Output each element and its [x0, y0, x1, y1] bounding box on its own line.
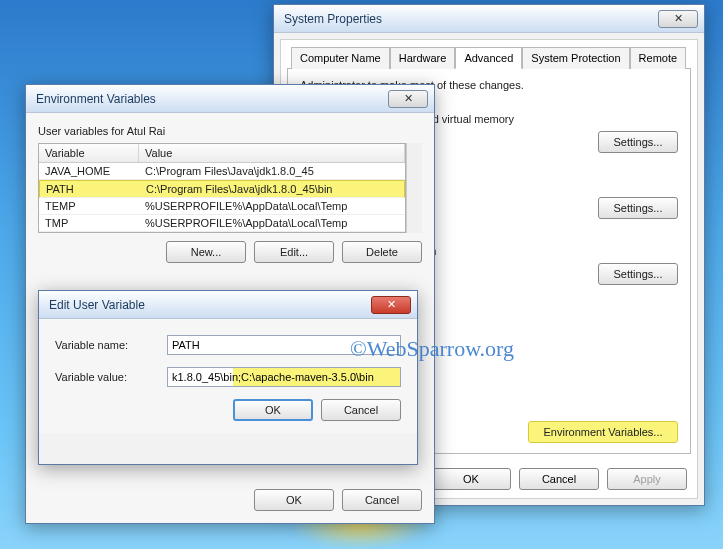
- tab-remote[interactable]: Remote: [630, 47, 687, 69]
- table-header: Variable Value: [39, 144, 405, 163]
- cell-variable: TMP: [39, 215, 139, 231]
- startup-recovery-settings-button[interactable]: Settings...: [598, 263, 678, 285]
- edituser-cancel-button[interactable]: Cancel: [321, 399, 401, 421]
- edit-user-variable-dialog: Edit User Variable ✕ Variable name: Vari…: [38, 290, 418, 465]
- sysprops-cancel-button[interactable]: Cancel: [519, 468, 599, 490]
- variable-name-row: Variable name:: [55, 335, 401, 355]
- user-vars-table[interactable]: Variable Value JAVA_HOMEC:\Program Files…: [38, 143, 406, 233]
- edituser-titlebar[interactable]: Edit User Variable ✕: [39, 291, 417, 319]
- col-variable[interactable]: Variable: [39, 144, 139, 162]
- performance-settings-button[interactable]: Settings...: [598, 131, 678, 153]
- edituser-ok-button[interactable]: OK: [233, 399, 313, 421]
- sysprops-apply-button[interactable]: Apply: [607, 468, 687, 490]
- table-row[interactable]: JAVA_HOMEC:\Program Files\Java\jdk1.8.0_…: [39, 163, 405, 180]
- cell-value: %USERPROFILE%\AppData\Local\Temp: [139, 215, 405, 231]
- variable-name-input[interactable]: [167, 335, 401, 355]
- user-vars-label: User variables for Atul Rai: [38, 125, 422, 137]
- sysprops-tabs: Computer Name Hardware Advanced System P…: [287, 46, 691, 68]
- col-value[interactable]: Value: [139, 144, 405, 162]
- close-icon: ✕: [674, 12, 683, 25]
- edituser-body: Variable name: Variable value: OK Cancel: [39, 319, 417, 433]
- sysprops-title: System Properties: [284, 12, 382, 26]
- edituser-title: Edit User Variable: [49, 298, 145, 312]
- user-vars-table-wrap: Variable Value JAVA_HOMEC:\Program Files…: [38, 143, 422, 233]
- tab-hardware[interactable]: Hardware: [390, 47, 456, 69]
- new-button[interactable]: New...: [166, 241, 246, 263]
- table-row[interactable]: PATHC:\Program Files\Java\jdk1.8.0_45\bi…: [39, 180, 405, 198]
- sysprops-titlebar[interactable]: System Properties ✕: [274, 5, 704, 33]
- table-row[interactable]: TEMP%USERPROFILE%\AppData\Local\Temp: [39, 198, 405, 215]
- delete-button[interactable]: Delete: [342, 241, 422, 263]
- cell-variable: TEMP: [39, 198, 139, 214]
- edituser-button-row: OK Cancel: [55, 399, 401, 421]
- sysprops-ok-button[interactable]: OK: [431, 468, 511, 490]
- variable-name-label: Variable name:: [55, 339, 155, 351]
- edit-button[interactable]: Edit...: [254, 241, 334, 263]
- tab-advanced[interactable]: Advanced: [455, 47, 522, 69]
- edituser-close-button[interactable]: ✕: [371, 296, 411, 314]
- envvars-button-row: OK Cancel: [38, 489, 422, 511]
- cell-variable: JAVA_HOME: [39, 163, 139, 179]
- close-icon: ✕: [404, 92, 413, 105]
- envvars-title: Environment Variables: [36, 92, 156, 106]
- envvars-close-button[interactable]: ✕: [388, 90, 428, 108]
- sysprops-close-button[interactable]: ✕: [658, 10, 698, 28]
- envvars-cancel-button[interactable]: Cancel: [342, 489, 422, 511]
- variable-value-input[interactable]: [167, 367, 401, 387]
- user-profiles-settings-button[interactable]: Settings...: [598, 197, 678, 219]
- environment-variables-button[interactable]: Environment Variables...: [528, 421, 678, 443]
- user-vars-button-row: New... Edit... Delete: [38, 241, 422, 263]
- table-row[interactable]: TMP%USERPROFILE%\AppData\Local\Temp: [39, 215, 405, 232]
- envvars-titlebar[interactable]: Environment Variables ✕: [26, 85, 434, 113]
- tab-computer-name[interactable]: Computer Name: [291, 47, 390, 69]
- cell-value: C:\Program Files\Java\jdk1.8.0_45\bin: [140, 181, 404, 197]
- close-icon: ✕: [387, 298, 396, 311]
- cell-value: C:\Program Files\Java\jdk1.8.0_45: [139, 163, 405, 179]
- table-scrollbar[interactable]: [406, 143, 422, 233]
- cell-variable: PATH: [40, 181, 140, 197]
- envvars-ok-button[interactable]: OK: [254, 489, 334, 511]
- tab-system-protection[interactable]: System Protection: [522, 47, 629, 69]
- variable-value-label: Variable value:: [55, 371, 155, 383]
- cell-value: %USERPROFILE%\AppData\Local\Temp: [139, 198, 405, 214]
- variable-value-row: Variable value:: [55, 367, 401, 387]
